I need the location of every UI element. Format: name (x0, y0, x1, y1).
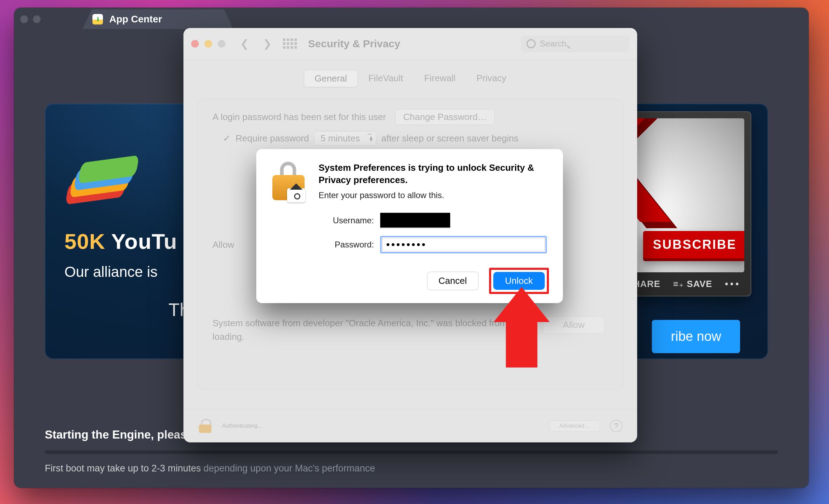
window-controls[interactable] (20, 15, 41, 23)
allow-apps-label: Allow (213, 239, 234, 250)
unlock-highlight: Unlock (489, 268, 549, 294)
pref-title: Security & Privacy (308, 38, 400, 50)
close-icon[interactable] (191, 40, 199, 48)
app-center-icon (92, 14, 103, 24)
subscribe-pill[interactable]: SUBSCRIBE (643, 231, 744, 258)
advanced-button[interactable]: Advanced… (549, 420, 600, 432)
allow-button[interactable]: Allow (543, 316, 605, 334)
login-password-label: A login password has been set for this u… (213, 112, 386, 122)
cancel-button[interactable]: Cancel (427, 272, 479, 290)
all-prefs-grid-icon[interactable] (283, 38, 297, 49)
window-control-dot[interactable] (33, 15, 41, 23)
password-field[interactable] (382, 238, 545, 251)
pref-footer: Authenticating… Advanced… ? (183, 409, 637, 442)
password-delay-select[interactable]: 5 minutes ▴▾ (314, 131, 377, 146)
progress-bar (45, 450, 778, 454)
window-traffic-lights[interactable] (191, 40, 225, 48)
subscribe-now-button[interactable]: ribe now (652, 320, 740, 353)
lock-icon[interactable] (198, 419, 212, 433)
pref-tabs[interactable]: General FileVault Firewall Privacy (197, 70, 623, 87)
status-detail: First boot may take up to 2-3 minutes de… (45, 463, 778, 474)
tab-app-center[interactable]: App Center (83, 9, 233, 29)
auth-heading: System Preferences is trying to unlock S… (319, 162, 549, 186)
require-password-checkbox[interactable]: ✓ (223, 133, 231, 144)
auth-dialog: System Preferences is trying to unlock S… (256, 149, 563, 303)
username-label: Username: (304, 216, 374, 225)
unlock-button[interactable]: Unlock (493, 272, 545, 290)
minimize-icon[interactable] (204, 40, 212, 48)
require-password-label: Require password (236, 133, 309, 144)
zoom-icon[interactable] (218, 40, 225, 48)
change-password-button[interactable]: Change Password… (395, 109, 495, 125)
username-field[interactable] (380, 213, 450, 228)
tab-filevault[interactable]: FileVault (358, 70, 413, 87)
back-button[interactable]: ❮ (237, 36, 252, 51)
search-placeholder: Search (540, 39, 566, 49)
window-control-dot[interactable] (20, 15, 28, 23)
auth-status: Authenticating… (222, 423, 263, 429)
more-button[interactable]: ••• (725, 279, 741, 289)
after-sleep-label: after sleep or screen saver begins (381, 133, 518, 144)
help-button[interactable]: ? (610, 420, 622, 432)
password-label: Password: (304, 240, 374, 250)
bluestacks-logo-icon (64, 155, 134, 215)
auth-subheading: Enter your password to allow this. (319, 190, 549, 200)
tab-firewall[interactable]: Firewall (413, 70, 466, 87)
tab-general[interactable]: General (304, 70, 358, 87)
tab-label: App Center (109, 14, 162, 25)
tab-privacy[interactable]: Privacy (466, 70, 517, 87)
forward-button[interactable]: ❯ (260, 36, 274, 51)
blocked-software-text: System software from developer "Oracle A… (213, 316, 535, 344)
app-center-titlebar: App Center (14, 8, 809, 31)
pref-toolbar: ❮ ❯ Security & Privacy Search (183, 28, 637, 59)
auth-lock-icon (270, 162, 309, 202)
save-button[interactable]: SAVE (673, 279, 712, 289)
search-input[interactable]: Search (521, 35, 629, 52)
